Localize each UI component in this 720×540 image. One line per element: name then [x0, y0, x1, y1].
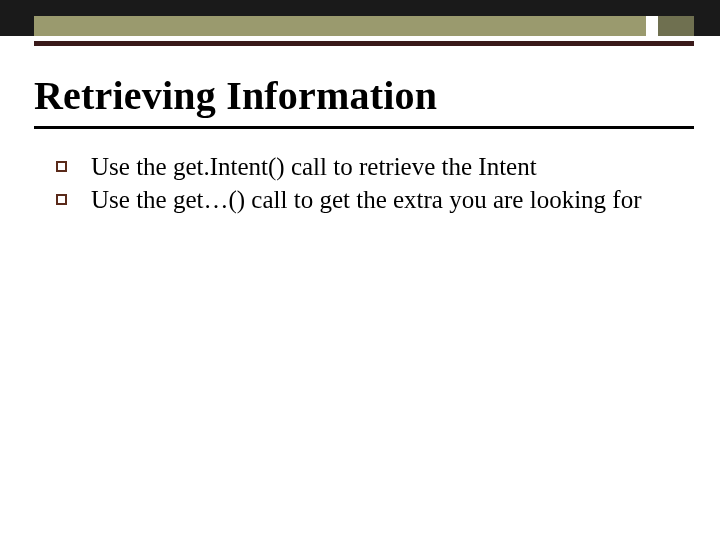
header-accent-bar	[34, 16, 646, 36]
list-item-text: Use the get.Intent() call to retrieve th…	[91, 152, 537, 183]
header-accent-cap	[658, 16, 694, 36]
header-band	[0, 0, 720, 36]
list-item-text: Use the get…() call to get the extra you…	[91, 185, 642, 216]
header-rule	[34, 41, 694, 46]
slide-title: Retrieving Information	[34, 72, 437, 119]
slide: Retrieving Information Use the get.Inten…	[0, 0, 720, 540]
list-item: Use the get…() call to get the extra you…	[56, 185, 660, 216]
title-underline	[34, 126, 694, 129]
square-bullet-icon	[56, 194, 67, 205]
list-item: Use the get.Intent() call to retrieve th…	[56, 152, 660, 183]
slide-body: Use the get.Intent() call to retrieve th…	[56, 152, 660, 217]
header-accent-gap	[646, 16, 658, 36]
square-bullet-icon	[56, 161, 67, 172]
